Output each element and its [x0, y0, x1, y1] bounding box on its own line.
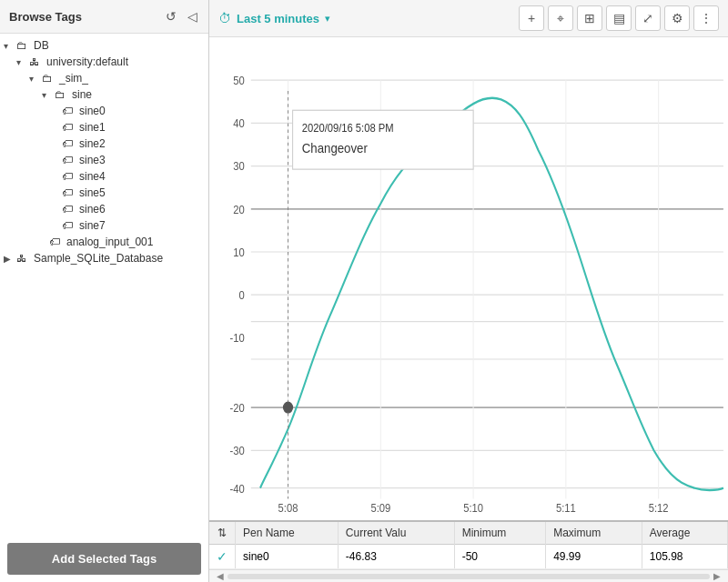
svg-text:-10: -10 — [229, 331, 244, 345]
node-label: Sample_SQLite_Database — [34, 252, 163, 265]
node-label: sine2 — [79, 137, 106, 150]
svg-text:5:08: 5:08 — [278, 501, 298, 515]
pen-name-header: Pen Name — [236, 522, 339, 545]
note-button[interactable]: ▤ — [606, 5, 632, 31]
tree-node-university[interactable]: ▾ 🖧 university:default — [0, 54, 208, 70]
sort-header[interactable]: ⇅ — [209, 522, 236, 545]
more-button[interactable]: ⋮ — [693, 5, 719, 31]
chart-svg: 50 40 30 20 10 0 -10 -20 -30 -40 5:08 5:… — [209, 37, 728, 520]
node-label: sine — [72, 88, 92, 101]
chevron-icon: ▾ — [4, 41, 16, 51]
clock-icon: ⏱ — [218, 11, 231, 25]
refresh-button[interactable]: ↺ — [164, 7, 178, 25]
db-icon: 🖧 — [16, 253, 31, 264]
svg-point-32 — [283, 402, 292, 413]
svg-text:-40: -40 — [229, 483, 244, 497]
maximum-cell: 49.99 — [546, 545, 642, 569]
tree-node-db[interactable]: ▾ 🗀 DB — [0, 37, 208, 54]
tag-icon: 🏷 — [62, 105, 76, 117]
pen-name-cell: sine0 — [236, 545, 339, 569]
node-label: sine5 — [79, 186, 106, 199]
add-selected-tags-button[interactable]: Add Selected Tags — [7, 543, 201, 575]
node-label: sine3 — [79, 154, 106, 166]
node-label: sine4 — [79, 170, 106, 183]
scroll-left-arrow[interactable]: ◀ — [213, 571, 228, 581]
tree-node-sine7[interactable]: 🏷 sine7 — [0, 217, 208, 234]
svg-text:Changeover: Changeover — [302, 141, 368, 156]
left-panel: Browse Tags ↺ ◁ ▾ 🗀 DB ▾ 🖧 university:de… — [0, 0, 209, 582]
current-value-header: Current Valu — [338, 522, 454, 545]
collapse-button[interactable]: ◁ — [186, 7, 199, 25]
tag-icon: 🏷 — [62, 219, 76, 232]
data-table: ⇅ Pen Name Current Valu Minimum Maximum … — [209, 520, 728, 569]
svg-text:5:11: 5:11 — [556, 501, 576, 515]
tree-node-sine5[interactable]: 🏷 sine5 — [0, 185, 208, 201]
tree-node-sine1[interactable]: 🏷 sine1 — [0, 119, 208, 135]
node-label: analog_input_001 — [66, 236, 153, 248]
tag-icon: 🏷 — [62, 170, 76, 183]
horizontal-scrollbar[interactable]: ◀ ▶ — [209, 569, 728, 582]
tag-icon: 🏷 — [62, 154, 76, 166]
time-range-label: Last 5 minutes — [237, 12, 319, 25]
svg-text:-30: -30 — [229, 444, 244, 457]
time-selector[interactable]: ⏱ Last 5 minutes ▾ — [218, 11, 330, 25]
node-label: _sim_ — [59, 72, 88, 85]
tree-node-sine4[interactable]: 🏷 sine4 — [0, 168, 208, 185]
checkbox-cell[interactable]: ✓ — [209, 545, 236, 569]
expand-button[interactable]: ⤢ — [635, 5, 661, 31]
tree-area: ▾ 🗀 DB ▾ 🖧 university:default ▾ 🗀 _sim_ … — [0, 34, 208, 536]
tree-node-sim[interactable]: ▾ 🗀 _sim_ — [0, 70, 208, 86]
tree-node-sqlite[interactable]: ▶ 🖧 Sample_SQLite_Database — [0, 250, 208, 266]
export-button[interactable]: ⊞ — [577, 5, 602, 31]
node-label: sine0 — [79, 105, 106, 117]
tag-icon: 🏷 — [62, 137, 76, 150]
current-value-cell: -46.83 — [338, 545, 454, 569]
svg-text:40: 40 — [233, 116, 245, 130]
svg-text:5:10: 5:10 — [463, 501, 483, 515]
folder-icon: 🗀 — [16, 39, 31, 52]
tree-node-sine3[interactable]: 🏷 sine3 — [0, 152, 208, 168]
right-panel: ⏱ Last 5 minutes ▾ + ⌖ ⊞ ▤ ⤢ ⚙ ⋮ — [209, 0, 728, 582]
chevron-icon: ▾ — [16, 57, 29, 67]
sort-icon: ⇅ — [217, 527, 227, 539]
scroll-right-arrow[interactable]: ▶ — [710, 571, 724, 581]
tree-node-analog[interactable]: 🏷 analog_input_001 — [0, 234, 208, 250]
tag-icon: 🏷 — [62, 121, 76, 134]
chevron-icon: ▾ — [42, 90, 55, 100]
svg-text:30: 30 — [233, 160, 245, 174]
folder-icon: 🗀 — [42, 72, 56, 85]
svg-text:2020/09/16 5:08 PM: 2020/09/16 5:08 PM — [302, 121, 394, 135]
average-header: Average — [642, 522, 727, 545]
toolbar-actions: + ⌖ ⊞ ▤ ⤢ ⚙ ⋮ — [519, 5, 719, 31]
svg-text:50: 50 — [233, 74, 245, 87]
cursor-button[interactable]: ⌖ — [548, 5, 573, 31]
node-label: university:default — [46, 55, 128, 68]
time-chevron-icon: ▾ — [325, 13, 330, 25]
header-icons: ↺ ◁ — [164, 7, 199, 25]
node-label: sine1 — [79, 121, 106, 134]
average-cell: 105.98 — [642, 545, 727, 569]
check-icon: ✓ — [217, 549, 228, 564]
minimum-header: Minimum — [454, 522, 546, 545]
db-icon: 🖧 — [29, 56, 44, 67]
node-label: sine7 — [79, 219, 106, 232]
node-label: DB — [34, 39, 49, 52]
tag-icon: 🏷 — [62, 186, 76, 199]
tree-node-sine0[interactable]: 🏷 sine0 — [0, 103, 208, 119]
node-label: sine6 — [79, 203, 106, 216]
panel-title: Browse Tags — [9, 10, 82, 24]
left-header: Browse Tags ↺ ◁ — [0, 0, 208, 34]
svg-text:20: 20 — [233, 203, 245, 216]
folder-icon: 🗀 — [55, 88, 69, 101]
maximum-header: Maximum — [546, 522, 642, 545]
tree-node-sine[interactable]: ▾ 🗀 sine — [0, 86, 208, 103]
table-header-row: ⇅ Pen Name Current Valu Minimum Maximum … — [209, 522, 728, 545]
tree-node-sine2[interactable]: 🏷 sine2 — [0, 135, 208, 152]
chart-container: 50 40 30 20 10 0 -10 -20 -30 -40 5:08 5:… — [209, 37, 728, 520]
tree-node-sine6[interactable]: 🏷 sine6 — [0, 201, 208, 217]
add-pen-button[interactable]: + — [519, 5, 544, 31]
chart-toolbar: ⏱ Last 5 minutes ▾ + ⌖ ⊞ ▤ ⤢ ⚙ ⋮ — [209, 0, 728, 37]
settings-button[interactable]: ⚙ — [664, 5, 690, 31]
chevron-icon: ▾ — [29, 74, 42, 84]
scroll-track[interactable] — [228, 574, 710, 579]
